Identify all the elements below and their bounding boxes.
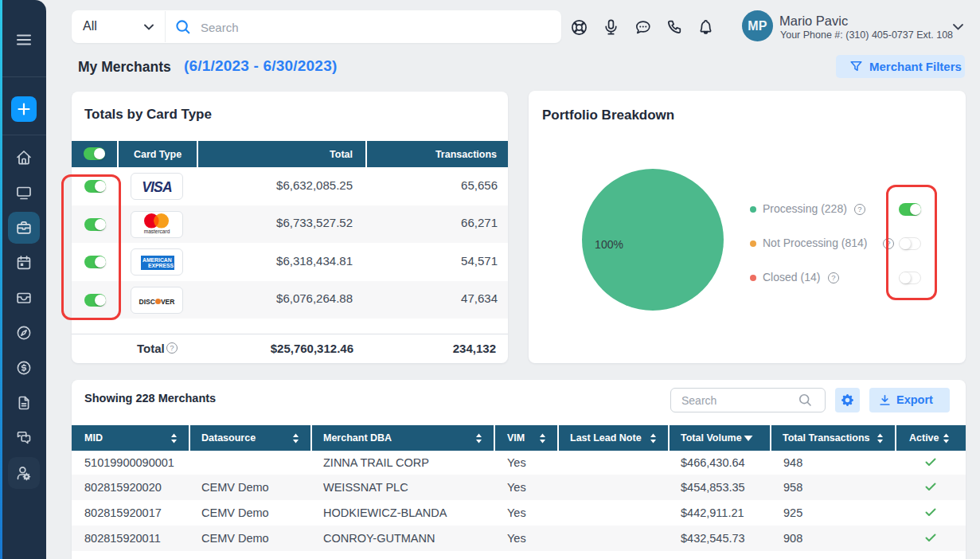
svg-text:VISA: VISA [142,179,172,195]
